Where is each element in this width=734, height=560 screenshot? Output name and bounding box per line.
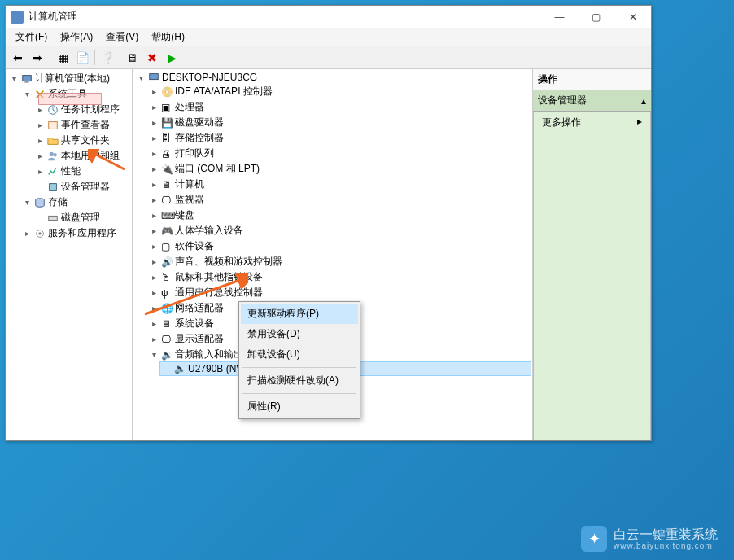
chevron-down-icon[interactable]: ▾: [22, 90, 32, 99]
chevron-right-icon[interactable]: ▸: [149, 180, 159, 190]
ctx-disable-device[interactable]: 禁用设备(D): [241, 324, 358, 344]
device-mice[interactable]: ▸🖱鼠标和其他指针设备: [147, 269, 531, 285]
chevron-right-icon[interactable]: ▸: [149, 319, 159, 329]
chevron-right-icon[interactable]: ▸: [149, 242, 159, 252]
actions-body: 更多操作 ▸: [533, 112, 651, 440]
scan-button[interactable]: 🖥: [124, 49, 142, 67]
tree-shared-folders[interactable]: ▸共享文件夹: [33, 133, 130, 148]
device-sound[interactable]: ▸🔊声音、视频和游戏控制器: [147, 254, 531, 269]
device-tree-pane[interactable]: ▾DESKTOP-NJEU3CG ▸📀IDE ATA/ATAPI 控制器 ▸▣处…: [133, 69, 533, 440]
left-tree-pane[interactable]: ▾ 计算机管理(本地) ▾ 系统工具 ▸任务计划程序: [6, 69, 133, 440]
tree-label: 声音、视频和游戏控制器: [175, 255, 282, 269]
chevron-right-icon[interactable]: ▸: [149, 118, 159, 128]
actions-section-label: 设备管理器: [538, 94, 587, 107]
device-computer[interactable]: ▸🖥计算机: [147, 177, 531, 192]
chevron-right-icon[interactable]: ▸: [35, 120, 45, 130]
device-ports[interactable]: ▸🔌端口 (COM 和 LPT): [147, 161, 531, 177]
chevron-right-icon[interactable]: ▸: [149, 195, 159, 205]
chevron-down-icon[interactable]: ▾: [22, 198, 32, 208]
tree-label: 系统工具: [48, 87, 87, 101]
actions-more[interactable]: 更多操作 ▸: [534, 112, 650, 133]
ctx-uninstall-device[interactable]: 卸载设备(U): [241, 344, 358, 365]
maximize-button[interactable]: ▢: [578, 6, 614, 28]
show-hide-button[interactable]: ▦: [54, 49, 72, 67]
enable-button[interactable]: ▶: [163, 49, 181, 67]
device-printers[interactable]: ▸🖨打印队列: [147, 146, 531, 161]
chevron-down-icon[interactable]: ▾: [149, 350, 159, 360]
nav-forward-button[interactable]: ➡: [28, 49, 46, 67]
chevron-right-icon[interactable]: ▸: [149, 288, 159, 298]
chevron-up-icon[interactable]: ▴: [641, 95, 646, 107]
ctx-update-driver[interactable]: 更新驱动程序(P): [241, 304, 358, 324]
chevron-right-icon[interactable]: ▸: [149, 103, 159, 112]
device-ide[interactable]: ▸📀IDE ATA/ATAPI 控制器: [147, 84, 531, 99]
device-software[interactable]: ▸▢软件设备: [147, 238, 531, 254]
chevron-right-icon[interactable]: ▸: [149, 164, 159, 174]
tree-device-manager[interactable]: ▸设备管理器: [33, 179, 130, 195]
menubar: 文件(F) 操作(A) 查看(V) 帮助(H): [6, 28, 651, 46]
chevron-right-icon[interactable]: ▸: [149, 257, 159, 267]
device-disk-drives[interactable]: ▸💾磁盘驱动器: [147, 115, 531, 130]
tree-system-tools[interactable]: ▾ 系统工具: [20, 86, 130, 102]
computer-icon: 🖥: [161, 179, 173, 190]
chevron-right-icon[interactable]: ▸: [149, 211, 159, 221]
close-button[interactable]: ✕: [614, 6, 651, 28]
device-usb[interactable]: ▸ψ通用串行总线控制器: [147, 285, 531, 300]
menu-action[interactable]: 操作(A): [54, 28, 99, 46]
minimize-button[interactable]: —: [541, 6, 578, 28]
chevron-right-icon[interactable]: ▸: [149, 273, 159, 282]
device-hid[interactable]: ▸🎮人体学输入设备: [147, 223, 531, 238]
computer-management-window: 计算机管理 — ▢ ✕ 文件(F) 操作(A) 查看(V) 帮助(H) ⬅ ➡ …: [5, 5, 652, 441]
menu-help[interactable]: 帮助(H): [145, 28, 191, 46]
chevron-right-icon[interactable]: ▸: [35, 105, 45, 115]
tree-storage[interactable]: ▾ 存储: [20, 195, 130, 210]
tree-label: 事件查看器: [61, 118, 110, 132]
device-root[interactable]: ▾DESKTOP-NJEU3CG: [134, 71, 531, 84]
actions-section[interactable]: 设备管理器 ▴: [533, 90, 651, 112]
tools-icon: [34, 89, 46, 100]
system-icon: 🖥: [161, 318, 173, 330]
speaker-icon: 🔈: [174, 363, 186, 374]
tree-local-users[interactable]: ▸本地用户和组: [33, 148, 130, 164]
tree-root[interactable]: ▾ 计算机管理(本地): [7, 71, 130, 86]
chevron-right-icon[interactable]: ▸: [22, 229, 32, 238]
chevron-right-icon[interactable]: ▸: [149, 226, 159, 236]
tree-label: 服务和应用程序: [48, 226, 116, 240]
printer-icon: 🖨: [161, 148, 173, 160]
device-storage-ctrl[interactable]: ▸🗄存储控制器: [147, 130, 531, 146]
tree-label: 显示适配器: [175, 332, 224, 346]
chevron-down-icon[interactable]: ▾: [9, 74, 19, 84]
ctx-properties[interactable]: 属性(R): [241, 396, 358, 417]
uninstall-button[interactable]: ✖: [143, 49, 161, 67]
tree-disk-mgmt[interactable]: ▸磁盘管理: [33, 210, 130, 225]
chevron-right-icon[interactable]: ▸: [149, 149, 159, 159]
nav-back-button[interactable]: ⬅: [9, 49, 27, 67]
ctx-scan-hardware[interactable]: 扫描检测硬件改动(A): [241, 370, 358, 391]
tree-label: DESKTOP-NJEU3CG: [162, 72, 257, 83]
tree-label: 监视器: [175, 193, 204, 207]
chevron-right-icon[interactable]: ▸: [149, 335, 159, 344]
tree-performance[interactable]: ▸性能: [33, 164, 130, 179]
chevron-right-icon[interactable]: ▸: [35, 136, 45, 146]
chevron-down-icon[interactable]: ▾: [136, 72, 146, 82]
device-monitors[interactable]: ▸🖵监视器: [147, 192, 531, 208]
chevron-right-icon[interactable]: ▸: [149, 87, 159, 97]
properties-button[interactable]: 📄: [73, 49, 91, 67]
help-button[interactable]: ❔: [98, 49, 116, 67]
software-icon: ▢: [161, 241, 173, 252]
device-icon: [47, 182, 59, 193]
chevron-right-icon[interactable]: ▸: [35, 151, 45, 161]
tree-label: 打印队列: [175, 147, 214, 160]
chevron-right-icon[interactable]: ▸: [149, 133, 159, 143]
menu-file[interactable]: 文件(F): [9, 28, 54, 46]
svg-point-10: [38, 232, 42, 235]
tree-event-viewer[interactable]: ▸事件查看器: [33, 117, 130, 133]
separator: [120, 50, 120, 65]
menu-view[interactable]: 查看(V): [99, 28, 145, 46]
chevron-right-icon[interactable]: ▸: [149, 304, 159, 313]
tree-task-scheduler[interactable]: ▸任务计划程序: [33, 102, 130, 117]
device-cpu[interactable]: ▸▣处理器: [147, 99, 531, 115]
device-keyboards[interactable]: ▸⌨键盘: [147, 208, 531, 223]
chevron-right-icon[interactable]: ▸: [35, 167, 45, 177]
tree-services-apps[interactable]: ▸服务和应用程序: [20, 225, 130, 241]
